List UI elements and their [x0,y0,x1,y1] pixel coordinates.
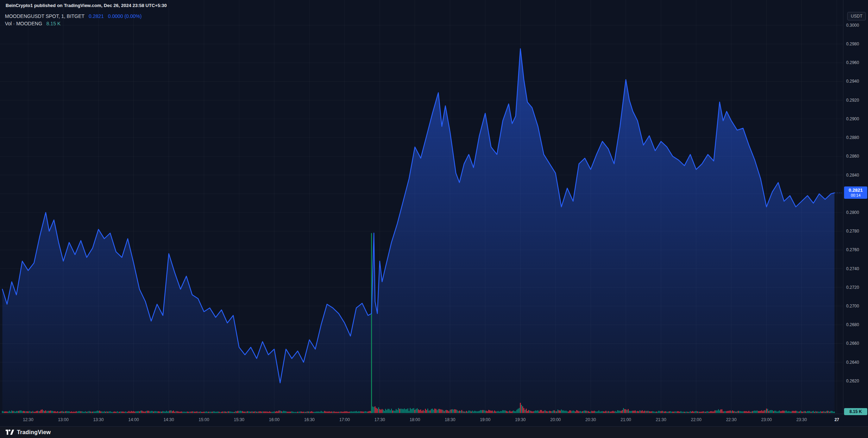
time-tick-label: 21:30 [650,417,672,422]
tradingview-logo-icon [6,429,14,436]
time-tick-label: 21:00 [615,417,636,422]
last-price-value: 0.2821 [844,188,867,193]
time-tick-label: 22:00 [686,417,707,422]
time-tick-label: 12:30 [18,417,39,422]
price-tick-label: 0.2720 [846,285,859,290]
time-tick-label: 19:30 [510,417,531,422]
bar-close-countdown: 00:14 [844,193,867,197]
price-tick-label: 0.2920 [846,98,859,103]
price-tick-label: 0.2640 [846,360,859,365]
volume-study-label[interactable]: Vol · MOODENG [5,21,42,26]
time-tick-label: 23:00 [756,417,777,422]
tradingview-wordmark: TradingView [17,429,51,436]
time-tick-label: 13:00 [53,417,74,422]
price-tick-label: 0.2780 [846,229,859,234]
volume-value: 8.15 K [46,21,61,26]
price-tick-label: 0.2800 [846,210,859,215]
price-tick-label: 0.2940 [846,79,859,84]
price-tick-label: 0.2980 [846,42,859,46]
time-tick-label: 20:00 [545,417,566,422]
time-tick-label: 15:30 [228,417,250,422]
price-tick-label: 0.2840 [846,173,859,178]
price-scale[interactable]: USDT 0.30000.29800.29600.29400.29200.290… [843,0,868,414]
time-tick-label: 14:30 [158,417,179,422]
time-scale[interactable]: 12:3013:0013:3014:0014:3015:0015:3016:00… [0,414,868,427]
price-tick-label: 0.2760 [846,247,859,252]
time-tick-label: 16:00 [264,417,285,422]
price-tick-label: 0.2660 [846,341,859,346]
time-tick-label: 15:00 [193,417,214,422]
price-tick-label: 0.2900 [846,116,859,121]
price-chart-svg [0,0,843,414]
legend-change: 0.0000 (0.00%) [108,13,142,19]
price-tick-label: 0.2740 [846,266,859,271]
price-tick-label: 0.3000 [846,23,859,28]
price-tick-label: 0.2680 [846,322,859,327]
volume-badge: 8.15 K [844,408,867,415]
legend-volume-row: Vol · MOODENG 8.15 K [5,20,144,27]
legend-last-price: 0.2821 [89,13,104,19]
time-tick-label: 18:00 [404,417,426,422]
currency-button[interactable]: USDT [847,12,866,20]
published-chart-page: BeinCrypto1 published on TradingView.com… [0,0,868,438]
legend-symbol-row: MOODENGUSDT SPOT, 1, BITGET 0.2821 0.000… [5,13,144,20]
price-tick-label: 0.2620 [846,379,859,383]
price-tick-label: 0.2960 [846,60,859,65]
tradingview-logo-link[interactable]: TradingView [6,429,51,436]
chart-legend: MOODENGUSDT SPOT, 1, BITGET 0.2821 0.000… [5,13,144,27]
time-tick-label: 17:00 [334,417,355,422]
time-tick-label-daychange: 27 [826,417,847,422]
attribution-link[interactable]: BeinCrypto1 published on TradingView.com… [6,3,167,8]
chart-plot[interactable] [0,0,843,414]
price-tick-label: 0.2860 [846,154,859,159]
time-tick-label: 14:00 [123,417,144,422]
symbol-title[interactable]: MOODENGUSDT SPOT, 1, BITGET [5,13,84,19]
time-tick-label: 20:30 [580,417,601,422]
last-price-badge: 0.2821 00:14 [844,186,867,199]
footer-bar: TradingView [0,426,868,438]
time-tick-label: 19:00 [474,417,496,422]
time-tick-label: 16:30 [299,417,320,422]
time-tick-label: 22:30 [721,417,742,422]
price-tick-label: 0.2700 [846,304,859,309]
price-tick-label: 0.2880 [846,135,859,140]
time-tick-label: 18:30 [440,417,461,422]
time-tick-label: 17:30 [369,417,390,422]
time-tick-label: 23:30 [791,417,812,422]
time-tick-label: 13:30 [88,417,109,422]
